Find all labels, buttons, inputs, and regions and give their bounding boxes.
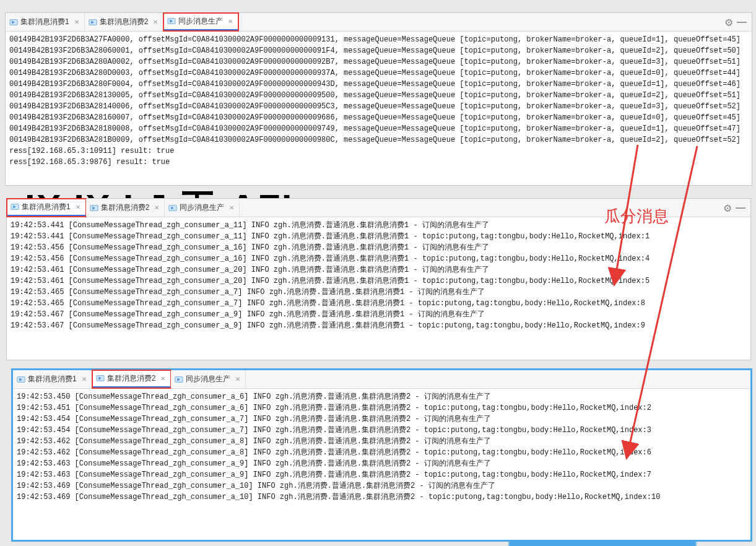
tab-0[interactable]: 集群消息消费1✕ — [7, 199, 86, 217]
log-line: 19:42:53.462 [ConsumeMessageThread_zgh_c… — [17, 436, 747, 447]
log-line: 19:42:53.469 [ConsumeMessageThread_zgh_c… — [17, 492, 747, 503]
tab-label: 集群消息消费2 — [101, 202, 150, 213]
gear-icon[interactable]: ⚙ — [723, 202, 732, 214]
log-line: 19:42:53.454 [ConsumeMessageThread_zgh_c… — [17, 425, 747, 436]
log-line: 19:42:53.461 [ConsumeMessageThread_zgh_c… — [11, 264, 747, 275]
console-output[interactable]: 19:42:53.441 [ConsumeMessageThread_zgh_c… — [7, 217, 750, 360]
log-line: 19:42:53.463 [ConsumeMessageThread_zgh_c… — [17, 469, 747, 480]
close-icon[interactable]: ✕ — [153, 19, 158, 25]
close-icon[interactable]: ✕ — [74, 19, 79, 25]
log-line: 00149B42B193F2D6B3A28140006, offsetMsgId… — [9, 101, 748, 112]
log-line: ress[192.168.65.3:10911] result: true — [9, 145, 748, 157]
console-panel-2: 集群消息消费1✕集群消息消费2✕同步消息生产✕19:42:53.450 [Con… — [11, 368, 752, 542]
tabbar: 集群消息消费1✕集群消息消费2✕同步消息生产✕⚙— — [7, 199, 750, 217]
tab-2[interactable]: 同步消息生产✕ — [165, 199, 240, 217]
tab-0[interactable]: 集群消息消费1✕ — [6, 13, 85, 31]
tab-1[interactable]: 集群消息消费2✕ — [86, 199, 165, 217]
log-line: 00149B42B193F2D6B3A280A0002, offsetMsgId… — [9, 56, 748, 67]
minimize-icon[interactable]: — — [736, 202, 745, 214]
close-icon[interactable]: ✕ — [235, 376, 240, 383]
console-output[interactable]: 19:42:53.450 [ConsumeMessageThread_zgh_c… — [13, 389, 750, 540]
minimize-icon[interactable]: — — [737, 17, 747, 28]
console-output[interactable]: 00149B42B193F2D6B3A27FA0000, offsetMsgId… — [6, 32, 752, 185]
log-line: 00149B42B193F2D6B3A280F0004, offsetMsgId… — [9, 79, 748, 90]
run-console-icon — [9, 18, 18, 27]
tab-label: 集群消息消费1 — [20, 17, 69, 27]
log-line: 19:42:53.465 [ConsumeMessageThread_zgh_c… — [11, 298, 747, 309]
log-line: 19:42:53.463 [ConsumeMessageThread_zgh_c… — [17, 458, 747, 469]
run-console-icon — [11, 202, 19, 211]
tab-label: 集群消息消费1 — [28, 374, 77, 384]
log-line: 19:42:53.465 [ConsumeMessageThread_zgh_c… — [11, 287, 747, 298]
tab-label: 同步消息生产 — [178, 16, 223, 27]
log-line: 00149B42B193F2D6B3A281B0009, offsetMsgId… — [9, 134, 748, 145]
close-icon[interactable]: ✕ — [160, 375, 165, 382]
close-icon[interactable]: ✕ — [82, 376, 87, 383]
tab-2[interactable]: 同步消息生产✕ — [163, 13, 238, 31]
run-console-icon — [17, 375, 25, 384]
run-console-icon — [168, 204, 177, 212]
run-console-icon — [89, 18, 97, 27]
log-line: 19:42:53.462 [ConsumeMessageThread_zgh_c… — [17, 447, 747, 458]
log-line: 19:42:53.469 [ConsumeMessageThread_zgh_c… — [17, 480, 747, 492]
tab-label: 集群消息消费2 — [100, 17, 149, 27]
log-line: 00149B42B193F2D6B3A28180008, offsetMsgId… — [9, 123, 748, 134]
log-line: ress[192.168.65.3:9876] result: true — [9, 157, 748, 168]
tab-label: 集群消息消费2 — [107, 373, 156, 384]
log-line: 00149B42B193F2D6B3A28060001, offsetMsgId… — [9, 45, 748, 56]
tab-label: 同步消息生产 — [186, 374, 230, 384]
tab-2[interactable]: 同步消息生产✕ — [171, 370, 246, 388]
log-line: 00149B42B193F2D6B3A28130005, offsetMsgId… — [9, 90, 748, 101]
tab-0[interactable]: 集群消息消费1✕ — [13, 370, 92, 388]
log-line: 19:42:53.456 [ConsumeMessageThread_zgh_c… — [11, 253, 747, 264]
tab-label: 集群消息消费1 — [22, 202, 71, 212]
log-line: 19:42:53.467 [ConsumeMessageThread_zgh_c… — [11, 320, 747, 331]
close-icon[interactable]: ✕ — [228, 18, 233, 25]
log-line: 19:42:53.441 [ConsumeMessageThread_zgh_c… — [11, 220, 747, 231]
run-console-icon — [90, 204, 98, 212]
log-line: 00149B42B193F2D6B3A27FA0000, offsetMsgId… — [9, 34, 748, 45]
close-icon[interactable]: ✕ — [229, 204, 234, 211]
console-panel-1: 集群消息消费1✕集群消息消费2✕同步消息生产✕⚙—19:42:53.441 [C… — [6, 198, 751, 360]
close-icon[interactable]: ✕ — [76, 204, 80, 210]
log-line: 00149B42B193F2D6B3A280D0003, offsetMsgId… — [9, 67, 748, 79]
log-line: 19:42:53.451 [ConsumeMessageThread_zgh_c… — [17, 402, 747, 414]
log-line: 19:42:53.461 [ConsumeMessageThread_zgh_c… — [11, 275, 747, 287]
run-console-icon — [167, 17, 176, 25]
tab-label: 同步消息生产 — [180, 202, 224, 213]
run-console-icon — [175, 375, 183, 384]
tabbar: 集群消息消费1✕集群消息消费2✕同步消息生产✕⚙— — [6, 13, 752, 32]
log-line: 19:42:53.467 [ConsumeMessageThread_zgh_c… — [11, 309, 747, 320]
console-panel-0: 集群消息消费1✕集群消息消费2✕同步消息生产✕⚙—00149B42B193F2D… — [5, 12, 752, 186]
log-line: 19:42:53.441 [ConsumeMessageThread_zgh_c… — [11, 231, 747, 242]
tab-1[interactable]: 集群消息消费2✕ — [85, 13, 164, 31]
log-line: 00149B42B193F2D6B3A28160007, offsetMsgId… — [9, 112, 748, 123]
log-line: 19:42:53.450 [ConsumeMessageThread_zgh_c… — [17, 391, 747, 402]
close-icon[interactable]: ✕ — [154, 204, 159, 211]
run-console-icon — [96, 374, 105, 383]
log-line: 19:42:53.456 [ConsumeMessageThread_zgh_c… — [11, 242, 747, 253]
tab-1[interactable]: 集群消息消费2✕ — [92, 370, 172, 388]
gear-icon[interactable]: ⚙ — [724, 17, 733, 28]
log-line: 19:42:53.454 [ConsumeMessageThread_zgh_c… — [17, 414, 747, 425]
tabbar: 集群消息消费1✕集群消息消费2✕同步消息生产✕ — [13, 370, 750, 389]
